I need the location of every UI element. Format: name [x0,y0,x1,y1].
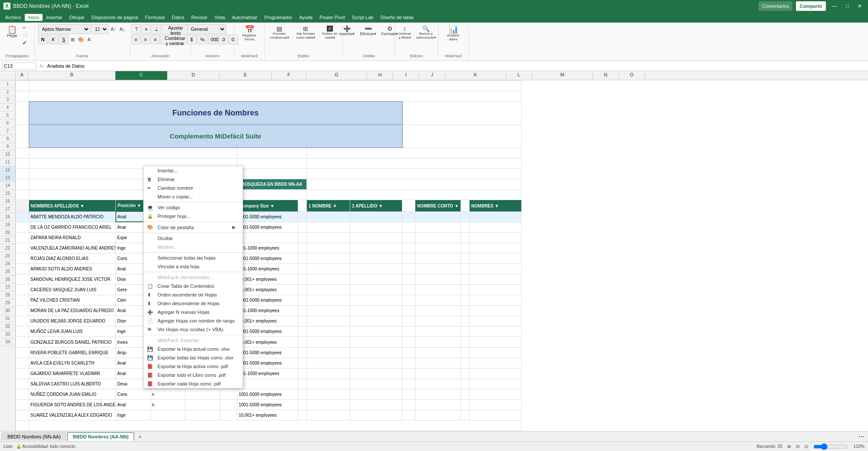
col-header-l[interactable]: L [506,71,532,80]
font-size-select[interactable]: 11 [91,24,108,34]
close-icon[interactable]: ✕ [855,3,865,9]
menu-item-scriptlab[interactable]: Script Lab [349,14,377,21]
menu-item-disposicion[interactable]: Disposición de página [88,14,142,21]
formato-tabla-button[interactable]: ⊞ Dar formato como tabla▾ [292,24,319,41]
underline-button[interactable]: S [59,35,69,44]
wrap-text-button[interactable]: Ajustar texto [162,24,189,34]
ordenar-filtrar-button[interactable]: ↕ Ordenar y filtrar▾ [396,24,414,41]
subtitle-cell[interactable]: Complemento MiDefácil Suite [29,125,402,148]
cell-a2[interactable] [16,91,29,102]
align-bottom-button[interactable]: ⊥ [151,24,161,34]
context-menu-item-ocultar[interactable]: Ocultar [144,234,243,243]
menu-item-ayuda[interactable]: Ayuda [296,14,316,21]
context-menu-item-exportar-libro-pdf[interactable]: 📕 Exportar todo el Libro como .pdf [144,371,243,379]
sheet-tab-nn-aa[interactable]: BBDD Nombres (NN-AA) [2,432,66,441]
border-icon[interactable]: ⊞ [69,36,76,43]
context-menu-item-agregar-n[interactable]: ➕ Agregar N nuevas Hojas [144,308,243,316]
cell-a1[interactable] [16,81,29,91]
context-menu-item-exportar-activa-pdf[interactable]: 📕 Exportar la Hoja activa como .pdf [144,362,243,371]
context-menu-item-insertar[interactable]: Insertar... [144,166,243,175]
col-header-o[interactable]: O [619,71,645,80]
col-header-h[interactable]: H [367,71,393,80]
context-menu-item-mostrar[interactable]: Mostrar... [144,243,243,251]
increase-decimal-button[interactable]: .0 [218,35,228,44]
registrar-fecha-button[interactable]: 📅 Registrar Fecha [237,24,262,43]
view-page-break-icon[interactable]: ⊡ [805,444,808,449]
menu-item-disenio[interactable]: Diseño de tabla [377,14,417,21]
context-menu-item-agregar-rango[interactable]: 📄 Agregar Hojas con nombre de rango [144,316,243,325]
col-header-k[interactable]: K [445,71,506,80]
context-menu-item-midefacil-herramientas[interactable]: MideFacil: Herramientas... [144,273,243,282]
sheet-tab-aa-nn[interactable]: BBDD Nombres (AA-NN) [67,432,134,441]
col-header-c[interactable]: C [115,71,168,80]
col-header-j[interactable]: J [419,71,445,80]
comma-button[interactable]: 000 [208,35,217,44]
col-header-b[interactable]: B [29,71,115,80]
font-family-select[interactable]: Aptos Narrow [38,24,90,34]
format-painter-button[interactable]: 🖌 [20,39,30,46]
menu-item-powerpivot[interactable]: Power Pivot [316,14,349,21]
align-center-button[interactable]: ≡ [141,35,150,44]
minimize-icon[interactable]: — [829,3,840,9]
col-header-nombres-apellidos[interactable]: NOMBRES APELLIDOS ▼ [29,200,116,212]
menu-item-programador[interactable]: Programador [261,14,296,21]
cell-a3[interactable] [16,102,29,125]
context-menu-item-ver-ocultas[interactable]: 👁 Ver Hojas muy ocultas (+ VBA) [144,325,243,334]
analizar-datos-button[interactable]: 📊 Analizar datos [441,24,466,43]
view-normal-icon[interactable]: ⊞ [787,444,791,449]
menu-item-inicio[interactable]: Inicio [25,14,43,21]
cut-button[interactable]: ✂ [20,24,30,31]
comments-button[interactable]: Comentarios [759,1,792,11]
context-menu-item-proteger[interactable]: 🔒 Proteger hoja... [144,212,243,221]
align-right-button[interactable]: ≡ [151,35,160,44]
context-menu-item-orden-asc[interactable]: ⬆ Orden ascendente de Hojas [144,290,243,299]
paste-button[interactable]: 📋 Pegar [5,24,20,39]
insertar-celda-button[interactable]: ➕ Insertar▾ [337,24,357,37]
menu-item-automatizar[interactable]: Automatizar [228,14,261,21]
decrease-font-icon[interactable]: A↓ [118,26,127,32]
increase-font-icon[interactable]: A↑ [109,26,118,32]
context-menu-item-vincular[interactable]: Vincular a esta hoja [144,262,243,271]
view-layout-icon[interactable]: ⊟ [796,444,799,449]
context-menu-item-crear-tabla[interactable]: 📋 Crear Tabla de Contenidos [144,282,243,290]
scroll-left-icon[interactable]: ⋯ [857,433,866,440]
copy-button[interactable]: 📄 [20,32,30,39]
search-header-cell[interactable]: BÚSQUEDA EN BBDD NN-AA [237,179,307,190]
cell-b1[interactable] [29,81,522,91]
share-button[interactable]: Compartir [796,1,826,11]
context-menu-item-vercodigo[interactable]: 💻 Ver código [144,203,243,212]
menu-item-archivo[interactable]: Archivo [2,14,25,21]
bold-button[interactable]: N [38,35,48,44]
col-header-m[interactable]: M [532,71,593,80]
context-menu-item-color[interactable]: 🎨 Color de pestaña ▶ [144,223,243,232]
col-header-1nombre[interactable]: 1 NOMBRE ▼ [307,200,350,212]
col-header-d[interactable]: D [168,71,220,80]
buscar-seleccionar-button[interactable]: 🔍 Buscar y seleccionar▾ [415,24,437,41]
menu-item-insertar[interactable]: Insertar [43,14,66,21]
zoom-slider[interactable] [813,444,848,449]
context-menu-item-mover[interactable]: Mover o copiar... [144,192,243,201]
formula-input[interactable] [47,63,866,69]
maximize-icon[interactable]: □ [843,3,852,9]
col-header-nombre-corto[interactable]: NOMBRE CORTO ▼ [415,200,461,212]
cell-reference-input[interactable] [2,63,36,69]
col-header-a[interactable]: A [16,71,29,80]
title-cell[interactable]: Funciones de Nombres [29,102,402,125]
col-header-e[interactable]: E [220,71,272,80]
context-menu-item-cambiar[interactable]: ✏ Cambiar nombre [144,184,243,192]
context-menu-item-seleccionar[interactable]: Seleccionar todas las hojas [144,253,243,262]
italic-button[interactable]: K [49,35,58,44]
align-top-button[interactable]: ⊤ [132,24,141,34]
number-format-select[interactable]: General [187,24,226,34]
menu-item-formulas[interactable]: Fórmulas [141,14,168,21]
context-menu-item-orden-desc[interactable]: ⬇ Orden descendente de Hojas [144,299,243,308]
merge-center-button[interactable]: Combinar y centrar [161,35,189,44]
eliminar-celda-button[interactable]: ➖ Eliminar▾ [358,24,378,37]
context-menu-item-eliminar[interactable]: 🗑 Eliminar [144,175,243,184]
context-menu-item-exportar-hoja-xlsx[interactable]: 💾 Exportar la Hoja actual como .xlsx [144,345,243,353]
align-left-button[interactable]: ≡ [132,35,140,44]
col-header-company-size[interactable]: Company Size ▼ [237,200,298,212]
percent-button[interactable]: % [197,35,207,44]
align-middle-button[interactable]: ≡ [142,24,151,34]
currency-button[interactable]: $ [187,35,197,44]
